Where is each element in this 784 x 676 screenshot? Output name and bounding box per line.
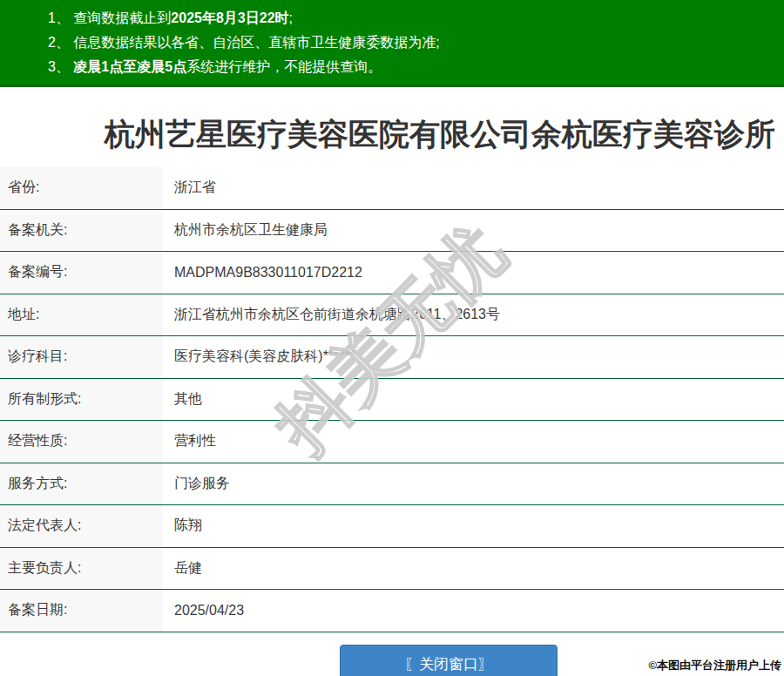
notice-1-post: ; — [289, 10, 293, 25]
row-value: 杭州市余杭区卫生健康局 — [163, 210, 784, 252]
footer-upload-note: ©本图由平台注册用户上传 — [648, 658, 781, 673]
row-value: 岳健 — [163, 548, 784, 590]
notice-line-2: 2、 信息数据结果以各省、自治区、直辖市卫生健康委数据为准; — [48, 30, 784, 55]
row-label: 法定代表人: — [0, 505, 163, 547]
table-row-filing-authority: 备案机关: 杭州市余杭区卫生健康局 — [0, 210, 784, 253]
table-row-business-nature: 经营性质: 营利性 — [0, 421, 784, 463]
notice-3-post: 系统进行维护，不能提供查询。 — [186, 59, 382, 74]
row-label: 备案机关: — [0, 210, 163, 252]
record-table: 省份: 浙江省 备案机关: 杭州市余杭区卫生健康局 备案编号: MADPMA9B… — [0, 167, 784, 632]
notice-line-1: 1、 查询数据截止到2025年8月3日22时; — [48, 6, 784, 30]
table-row-filing-number: 备案编号: MADPMA9B833011017D2212 — [0, 252, 784, 294]
row-label: 备案日期: — [0, 590, 163, 632]
notice-1-pre: 1、 查询数据截止到 — [48, 10, 171, 25]
row-value: 营利性 — [163, 421, 784, 463]
row-value: 浙江省杭州市余杭区仓前街道余杭塘路2611、2613号 — [163, 294, 784, 336]
row-value: 医疗美容科(美容皮肤科)****** — [163, 336, 784, 378]
page-title: 杭州艺星医疗美容医院有限公司余杭医疗美容诊所 — [0, 87, 784, 152]
row-label: 诊疗科目: — [0, 336, 163, 378]
row-label: 省份: — [0, 167, 163, 209]
notice-1-bold: 2025年8月3日22时 — [171, 10, 288, 25]
row-value: 2025/04/23 — [163, 590, 784, 632]
table-row-legal-representative: 法定代表人: 陈翔 — [0, 505, 784, 548]
close-window-button[interactable]: 〖关闭窗口〗 — [340, 645, 558, 676]
row-value: 门诊服务 — [163, 463, 784, 505]
table-row-service-mode: 服务方式: 门诊服务 — [0, 463, 784, 506]
row-label: 所有制形式: — [0, 379, 163, 421]
row-label: 经营性质: — [0, 421, 163, 463]
notice-line-3: 3、 凌晨1点至凌晨5点系统进行维护，不能提供查询。 — [48, 55, 784, 79]
medical-record-lookup-page: { "notice_bar": { "items": [ {"pre": "1、… — [0, 0, 784, 676]
notice-2-pre: 2、 信息数据结果以各省、自治区、直辖市卫生健康委数据为准; — [48, 35, 440, 50]
row-label: 主要负责人: — [0, 548, 163, 590]
table-row-treatment-subjects: 诊疗科目: 医疗美容科(美容皮肤科)****** — [0, 336, 784, 379]
table-row-province: 省份: 浙江省 — [0, 167, 784, 210]
table-row-address: 地址: 浙江省杭州市余杭区仓前街道余杭塘路2611、2613号 — [0, 294, 784, 337]
row-value: MADPMA9B833011017D2212 — [163, 252, 784, 294]
row-value: 陈翔 — [163, 505, 784, 547]
table-row-principal-person: 主要负责人: 岳健 — [0, 548, 784, 591]
row-label: 备案编号: — [0, 252, 163, 294]
table-row-ownership-form: 所有制形式: 其他 — [0, 379, 784, 422]
notice-3-bold: 凌晨1点至凌晨5点 — [73, 59, 186, 74]
row-label: 服务方式: — [0, 463, 163, 505]
row-value: 其他 — [163, 379, 784, 421]
table-row-filing-date: 备案日期: 2025/04/23 — [0, 590, 784, 632]
notice-3-pre: 3、 — [48, 59, 73, 74]
notice-bar: 1、 查询数据截止到2025年8月3日22时; 2、 信息数据结果以各省、自治区… — [0, 0, 784, 87]
row-label: 地址: — [0, 294, 163, 336]
row-value: 浙江省 — [163, 167, 784, 209]
